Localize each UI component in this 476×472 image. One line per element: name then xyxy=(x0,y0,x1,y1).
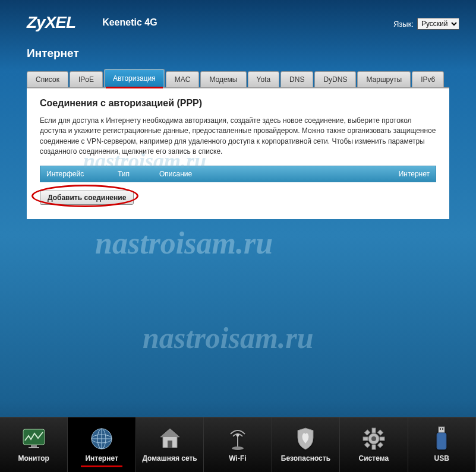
svg-rect-18 xyxy=(363,437,368,441)
svg-rect-23 xyxy=(364,442,370,448)
tab-auth[interactable]: Авторизация xyxy=(104,69,165,87)
nav-label: Wi-Fi xyxy=(229,454,246,463)
watermark: nastroisam.ru xyxy=(143,321,314,355)
brand-logo: ZyXEL xyxy=(27,13,75,32)
svg-point-13 xyxy=(236,434,239,437)
col-description: Описание xyxy=(159,170,382,178)
home-icon xyxy=(158,427,182,451)
svg-rect-20 xyxy=(364,430,370,435)
nav-label: Домашняя сеть xyxy=(142,454,197,463)
tab-list[interactable]: Список xyxy=(27,71,68,87)
col-internet: Интернет xyxy=(382,170,430,178)
nav-usb[interactable]: USB xyxy=(408,417,476,472)
svg-rect-17 xyxy=(372,445,376,449)
model-name: Keenetic 4G xyxy=(102,17,157,28)
svg-rect-10 xyxy=(168,441,172,448)
nav-label: Система xyxy=(359,454,389,463)
watermark: nastroisam.ru xyxy=(95,226,273,261)
nav-label: Интернет xyxy=(85,454,118,463)
col-type: Тип xyxy=(118,170,159,178)
tab-yota[interactable]: Yota xyxy=(248,71,280,87)
tab-ipv6[interactable]: IPv6 xyxy=(412,71,444,87)
nav-home-network[interactable]: Домашняя сеть xyxy=(136,417,204,472)
monitor-icon xyxy=(22,427,46,451)
language-label: Язык: xyxy=(393,20,414,28)
usb-icon xyxy=(430,427,453,451)
tab-routes[interactable]: Маршруты xyxy=(357,71,411,87)
globe-icon xyxy=(90,427,114,451)
col-interface: Интерфейс xyxy=(46,170,118,178)
content-panel: Соединения с авторизацией (PPP) Если для… xyxy=(27,88,449,219)
tab-mac[interactable]: MAC xyxy=(166,71,200,87)
section-title: Интернет xyxy=(27,47,476,60)
tab-dydns[interactable]: DyDNS xyxy=(314,71,356,87)
nav-label: Монитор xyxy=(18,454,49,463)
nav-label: USB xyxy=(434,454,449,463)
tab-modems[interactable]: Модемы xyxy=(200,71,246,87)
svg-rect-25 xyxy=(440,428,441,430)
nav-monitor[interactable]: Монитор xyxy=(0,417,68,472)
language-select[interactable]: Русский xyxy=(417,18,459,30)
svg-rect-16 xyxy=(372,428,376,433)
svg-rect-0 xyxy=(23,429,45,445)
nav-system[interactable]: Система xyxy=(340,417,408,472)
svg-rect-22 xyxy=(377,430,383,435)
gear-icon xyxy=(362,427,386,451)
active-nav-highlight xyxy=(81,465,122,467)
tab-ipoe[interactable]: IPoE xyxy=(70,71,103,87)
shield-icon xyxy=(294,427,317,451)
svg-rect-21 xyxy=(377,442,383,448)
nav-wifi[interactable]: Wi-Fi xyxy=(204,417,272,472)
table-header: Интерфейс Тип Описание Интернет xyxy=(40,166,436,182)
svg-rect-2 xyxy=(29,447,39,448)
svg-marker-9 xyxy=(160,429,179,437)
tab-dns[interactable]: DNS xyxy=(280,71,313,87)
svg-rect-27 xyxy=(437,433,446,449)
bottom-nav: Монитор Интернет Домашняя сеть Wi-Fi Без… xyxy=(0,417,476,472)
panel-description: Если для доступа к Интернету необходима … xyxy=(40,116,436,157)
svg-rect-24 xyxy=(439,427,445,433)
wifi-icon xyxy=(226,427,250,451)
svg-rect-19 xyxy=(380,437,384,441)
svg-rect-1 xyxy=(31,445,37,447)
svg-point-15 xyxy=(371,436,376,441)
add-connection-button[interactable]: Добавить соединение xyxy=(40,191,134,205)
nav-internet[interactable]: Интернет xyxy=(68,417,135,472)
tab-bar: Список IPoE Авторизация MAC Модемы Yota … xyxy=(27,69,449,88)
svg-rect-26 xyxy=(442,428,443,430)
active-tab-highlight xyxy=(106,87,163,88)
panel-title: Соединения с авторизацией (PPP) xyxy=(40,98,436,109)
svg-point-12 xyxy=(232,446,244,450)
nav-security[interactable]: Безопасность xyxy=(272,417,340,472)
nav-label: Безопасность xyxy=(281,454,330,463)
